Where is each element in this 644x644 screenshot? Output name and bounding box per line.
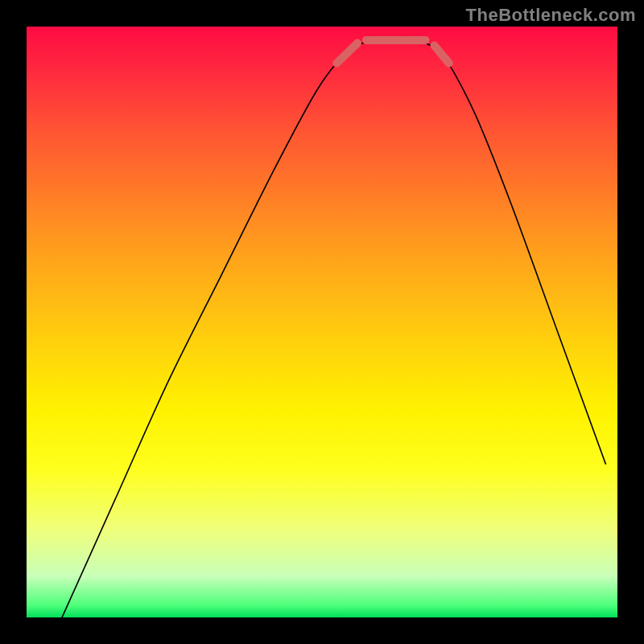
bottleneck-curve [62,39,605,617]
watermark-text: TheBottleneck.com [466,5,636,26]
highlight-segments [336,40,448,64]
highlight-segment [336,43,357,64]
highlight-segment [434,45,448,63]
plot-area [27,27,617,617]
chart-svg [27,27,617,617]
